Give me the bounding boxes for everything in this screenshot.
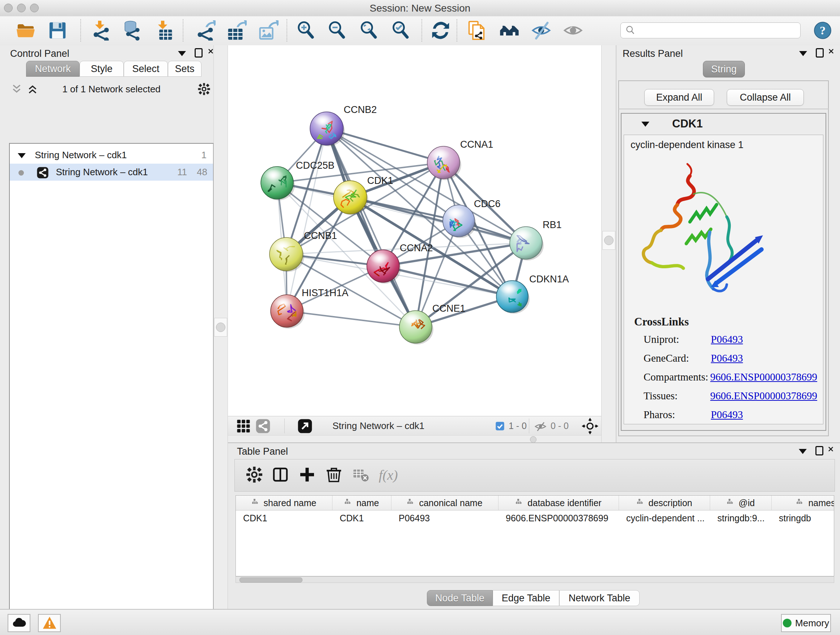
- table-cell[interactable]: P06493: [392, 510, 499, 526]
- control-panel-close-icon[interactable]: [208, 48, 214, 54]
- results-panel-float-icon[interactable]: [816, 48, 824, 57]
- bottom-splitter[interactable]: [228, 435, 601, 442]
- right-splitter-grip[interactable]: [602, 231, 615, 250]
- table-cell[interactable]: CDK1: [236, 510, 332, 526]
- tab-network-table[interactable]: Network Table: [559, 590, 639, 606]
- delete-column-icon[interactable]: [325, 466, 344, 485]
- network-node-CDKN1A[interactable]: [496, 280, 530, 314]
- tab-select[interactable]: Select: [124, 61, 168, 77]
- bottom-splitter-grip[interactable]: [530, 436, 537, 443]
- export-network-icon[interactable]: [195, 20, 216, 41]
- left-splitter-grip[interactable]: [214, 318, 227, 337]
- network-badge-icon[interactable]: [256, 418, 271, 434]
- control-panel-float-icon[interactable]: [195, 48, 202, 57]
- network-node-CDC6[interactable]: [443, 205, 476, 238]
- network-edge[interactable]: [383, 266, 512, 296]
- tab-node-table[interactable]: Node Table: [427, 590, 493, 606]
- tab-string[interactable]: String: [703, 61, 745, 78]
- column-header-sharedname[interactable]: shared name: [236, 496, 332, 510]
- show-columns-icon[interactable]: [272, 466, 291, 485]
- table-cell[interactable]: CDK1: [332, 510, 392, 526]
- first-neighbors-icon[interactable]: [499, 20, 519, 41]
- string-query-icon[interactable]: [467, 20, 488, 41]
- search-input[interactable]: [637, 25, 800, 36]
- network-node-HIST1H1A[interactable]: [271, 295, 305, 328]
- open-session-icon[interactable]: [16, 20, 36, 41]
- crosslink-link[interactable]: P06493: [711, 409, 743, 420]
- fit-content-crosshair-icon[interactable]: [582, 418, 598, 434]
- table-panel-collapse-icon[interactable]: [799, 449, 807, 454]
- results-panel-close-icon[interactable]: [828, 48, 834, 54]
- hidden-eye-icon[interactable]: [534, 420, 546, 432]
- add-column-icon[interactable]: [298, 466, 317, 485]
- help-button[interactable]: ?: [813, 21, 834, 41]
- control-panel-collapse-icon[interactable]: [178, 51, 186, 56]
- import-network-file-icon[interactable]: [90, 20, 111, 41]
- network-collection-row[interactable]: String Network – cdk1 1: [10, 147, 213, 164]
- network-edge[interactable]: [287, 311, 416, 327]
- cloud-button[interactable]: [8, 614, 30, 632]
- table-cell[interactable]: cyclin-dependent ...: [619, 510, 710, 526]
- crosslink-link[interactable]: 9606.ENSP00000378699: [710, 390, 817, 402]
- network-node-CDC25B[interactable]: [261, 166, 295, 200]
- zoom-in-icon[interactable]: [296, 20, 316, 41]
- search-box[interactable]: [621, 22, 801, 38]
- table-horizontal-scrollbar[interactable]: [235, 576, 834, 583]
- node-table[interactable]: shared namenamecanonical namedatabase id…: [235, 495, 834, 576]
- right-splitter[interactable]: [601, 45, 616, 442]
- table-panel-float-icon[interactable]: [815, 446, 823, 455]
- network-options-gear-icon[interactable]: [197, 82, 210, 96]
- column-header-description[interactable]: description: [619, 496, 710, 510]
- zoom-fit-icon[interactable]: [359, 20, 379, 41]
- tab-sets[interactable]: Sets: [168, 61, 202, 77]
- column-header-namespace[interactable]: namespace: [772, 496, 834, 510]
- protein-group-collapse-icon[interactable]: [641, 122, 649, 127]
- table-settings-gear-icon[interactable]: [246, 466, 264, 485]
- left-splitter[interactable]: [213, 45, 228, 609]
- memory-button[interactable]: Memory: [781, 614, 831, 632]
- import-network-database-icon[interactable]: [122, 20, 142, 41]
- network-node-CCNA2[interactable]: [367, 250, 401, 283]
- network-row[interactable]: String Network – cdk1 11 48: [10, 164, 213, 181]
- expand-all-button[interactable]: Expand All: [644, 89, 714, 106]
- tab-style[interactable]: Style: [80, 61, 124, 77]
- column-header-name[interactable]: name: [332, 496, 392, 510]
- network-node-CCNE1[interactable]: [399, 310, 433, 344]
- hide-selected-icon[interactable]: [531, 20, 551, 41]
- show-all-icon[interactable]: [563, 20, 583, 41]
- refresh-icon[interactable]: [431, 20, 451, 41]
- scrollbar-thumb[interactable]: [240, 578, 302, 583]
- column-header-canonicalname[interactable]: canonical name: [392, 496, 499, 510]
- results-panel-collapse-icon[interactable]: [799, 51, 807, 56]
- save-session-icon[interactable]: [47, 20, 68, 41]
- selected-checkbox-icon[interactable]: [495, 421, 505, 431]
- table-cell[interactable]: stringdb:9...: [710, 510, 772, 526]
- collection-expand-icon[interactable]: [18, 153, 26, 158]
- export-image-icon[interactable]: [258, 20, 279, 41]
- table-cell[interactable]: 9606.ENSP00000378699: [499, 510, 619, 526]
- grid-view-icon[interactable]: [236, 418, 251, 434]
- network-node-RB1[interactable]: [510, 226, 544, 260]
- results-panel-title: Results Panel: [622, 48, 683, 59]
- import-table-file-icon[interactable]: [153, 20, 174, 41]
- collapse-all-button[interactable]: Collapse All: [727, 89, 804, 106]
- export-table-icon[interactable]: [226, 20, 247, 41]
- detach-view-icon[interactable]: [297, 418, 313, 434]
- tab-edge-table[interactable]: Edge Table: [493, 590, 559, 606]
- crosslink-link[interactable]: P06493: [711, 352, 743, 364]
- column-header-databaseidentifier[interactable]: database identifier: [499, 496, 619, 510]
- table-row[interactable]: CDK1CDK1P064939606.ENSP00000378699cyclin…: [236, 510, 834, 526]
- table-panel-close-icon[interactable]: [828, 446, 834, 452]
- network-node-CCNA1[interactable]: [427, 146, 461, 180]
- tab-network[interactable]: Network: [26, 61, 80, 77]
- zoom-selected-icon[interactable]: [391, 20, 411, 41]
- crosslink-link[interactable]: 9606.ENSP00000378699: [710, 371, 817, 383]
- zoom-out-icon[interactable]: [327, 20, 347, 41]
- table-cell[interactable]: stringdb: [772, 510, 834, 526]
- network-node-CDK1[interactable]: [333, 181, 368, 215]
- network-canvas[interactable]: CCNB2CCNA1CDC25BCDK1CDC6RB1CCNB1CCNA2CDK…: [228, 45, 601, 416]
- column-header-id[interactable]: @id: [710, 496, 772, 510]
- network-edge[interactable]: [287, 128, 327, 311]
- crosslink-link[interactable]: P06493: [711, 333, 743, 345]
- warnings-button[interactable]: [38, 614, 61, 632]
